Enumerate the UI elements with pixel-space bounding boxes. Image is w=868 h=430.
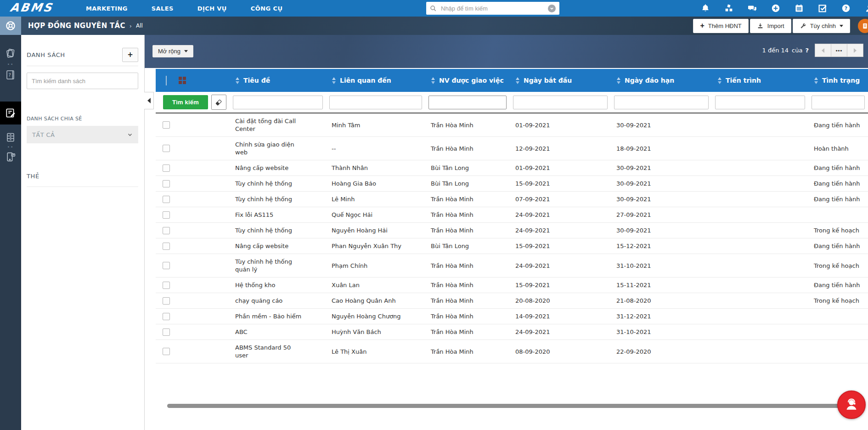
column-header-3[interactable]: Ngày bắt đầu (510, 68, 611, 92)
contracts-edit-icon[interactable] (0, 102, 21, 124)
filter-search-button[interactable]: Tìm kiếm (163, 95, 208, 109)
cell-related-text: Minh Tâm (332, 122, 361, 129)
cell-due: 27-09-2021 (611, 207, 712, 223)
filter-input-assignee[interactable] (428, 96, 507, 109)
nav-menu-item-2[interactable]: DỊCH VỤ (197, 5, 227, 12)
sort-icon[interactable] (332, 77, 336, 84)
column-header-1[interactable]: Liên quan đến (326, 68, 425, 92)
nav-menu-item-1[interactable]: SALES (152, 5, 174, 12)
import-button[interactable]: Import (750, 19, 791, 33)
row-checkbox[interactable] (163, 180, 170, 187)
cell-title-text[interactable]: Chỉnh sửa giao diện web (235, 141, 303, 156)
cell-title-text[interactable]: Tùy chỉnh hệ thống (235, 226, 292, 234)
column-header-4[interactable]: Ngày đáo hạn (611, 68, 712, 92)
add-list-button[interactable]: + (122, 48, 138, 62)
search-scope-chevron-icon[interactable] (548, 5, 556, 12)
expand-button[interactable]: Mở rộng (152, 45, 193, 57)
calendar-icon[interactable] (795, 4, 804, 13)
row-checkbox[interactable] (163, 297, 170, 305)
app-logo[interactable]: ABMS (9, 1, 54, 14)
filter-input-start[interactable] (513, 96, 608, 109)
shared-list-selected-value: TẤT CẢ (32, 131, 55, 138)
cell-title-text[interactable]: Nâng cấp website (235, 164, 288, 172)
cell-start-text: 20-08-2020 (515, 297, 550, 304)
row-checkbox[interactable] (163, 196, 170, 203)
bell-icon[interactable] (701, 4, 710, 13)
filter-input-related[interactable] (329, 96, 422, 109)
support-ring-icon[interactable] (0, 17, 21, 35)
row-checkbox[interactable] (163, 227, 170, 234)
row-checkbox[interactable] (163, 243, 170, 250)
shared-list-select[interactable]: TẤT CẢ (27, 126, 138, 143)
sidebar-collapse-toggle[interactable] (144, 92, 154, 109)
nav-menu-item-0[interactable]: MARKETING (86, 5, 128, 12)
cell-status-text: Đang tiến hành (814, 242, 860, 250)
row-checkbox[interactable] (163, 328, 170, 336)
sort-icon[interactable] (718, 77, 721, 84)
user-icon[interactable] (865, 4, 868, 13)
filter-input-progress[interactable] (715, 96, 805, 109)
row-checkbox[interactable] (163, 211, 170, 219)
nav-menu-item-3[interactable]: CÔNG CỤ (251, 5, 283, 12)
column-label: Liên quan đến (340, 77, 391, 84)
cell-title-text[interactable]: Nâng cấp website (235, 242, 288, 250)
row-checkbox[interactable] (163, 121, 170, 129)
breadcrumb-current[interactable]: All (136, 23, 143, 29)
column-header-5[interactable]: Tiến trình (712, 68, 808, 92)
chat-bubbles-icon[interactable] (748, 4, 757, 13)
row-checkbox[interactable] (163, 313, 170, 320)
cell-title-text[interactable]: Tùy chỉnh hệ thống (235, 180, 292, 187)
cell-title-text[interactable]: Phần mềm - Bảo hiểm (235, 312, 301, 320)
prev-page-button[interactable] (815, 44, 831, 57)
filter-input-status[interactable] (812, 96, 865, 109)
notes-badge[interactable] (858, 19, 868, 33)
cell-title-text[interactable]: Hệ thống kho (235, 281, 276, 289)
archive-drawers-icon[interactable] (0, 132, 21, 143)
row-checkbox[interactable] (163, 348, 170, 355)
cell-related: Minh Tâm (326, 113, 425, 137)
expand-label: Mở rộng (158, 48, 180, 55)
modules-cubes-icon[interactable] (724, 4, 733, 13)
cell-title-text[interactable]: ABC (235, 328, 248, 336)
select-all-checkbox[interactable] (166, 76, 167, 85)
cell-title-text[interactable]: ABMS Standard 50 user (235, 344, 303, 359)
global-search-input[interactable] (440, 5, 548, 12)
customize-button[interactable]: Tùy chỉnh (793, 19, 850, 33)
cell-title: Tùy chỉnh hệ thống (230, 176, 326, 192)
page-menu-button[interactable]: ••• (831, 44, 847, 57)
row-checkbox[interactable] (163, 145, 170, 152)
sort-icon[interactable] (516, 77, 519, 84)
row-checkbox[interactable] (163, 262, 170, 269)
cell-related-text: Phan Nguyễn Xuân Thy (332, 243, 401, 249)
phone-feedback-icon[interactable] (0, 151, 21, 163)
row-checkbox[interactable] (163, 164, 170, 172)
sort-icon[interactable] (617, 77, 620, 84)
grid-view-icon[interactable] (179, 77, 186, 84)
cell-title-text[interactable]: Cài đặt tổng đài Call Center (235, 117, 303, 133)
column-header-2[interactable]: NV được giao việc (425, 68, 510, 92)
row-checkbox[interactable] (163, 282, 170, 289)
cell-due: 15-11-2021 (611, 277, 712, 293)
filter-input-title[interactable] (233, 96, 323, 109)
cards-icon[interactable] (0, 48, 21, 59)
add-contract-button[interactable]: + Thêm HĐNT (693, 19, 748, 33)
filter-input-due[interactable] (614, 96, 709, 109)
support-chat-button[interactable] (837, 390, 866, 419)
cell-title-text[interactable]: Fix lỗi AS115 (235, 211, 273, 219)
cell-title-text[interactable]: chạy quảng cáo (235, 297, 282, 305)
tasks-check-icon[interactable] (818, 4, 827, 13)
horizontal-scrollbar-thumb[interactable] (167, 404, 852, 408)
quick-add-icon[interactable] (771, 4, 780, 13)
cell-title-text[interactable]: Tùy chỉnh hệ thống (235, 195, 292, 203)
list-search-input[interactable] (27, 73, 138, 89)
next-page-button[interactable] (847, 44, 863, 57)
sort-icon[interactable] (431, 77, 435, 84)
guide-book-icon[interactable]: ? (0, 69, 21, 80)
sort-icon[interactable] (814, 77, 818, 84)
filter-clear-button[interactable] (211, 95, 226, 110)
cell-title-text[interactable]: Tùy chỉnh hệ thống quản lý (235, 258, 303, 273)
column-header-6[interactable]: Tình trạng (808, 68, 868, 92)
column-header-0[interactable]: Tiêu đề (230, 68, 326, 92)
help-icon[interactable]: ? (841, 4, 851, 13)
sort-icon[interactable] (236, 77, 239, 84)
